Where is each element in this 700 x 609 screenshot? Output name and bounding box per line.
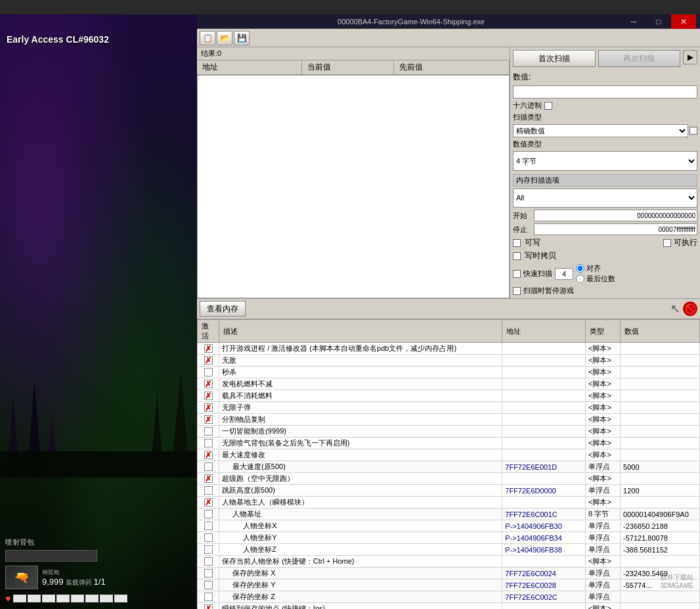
early-access-label: Early Access CL#96032	[7, 34, 109, 45]
checkbox-11[interactable]	[204, 474, 213, 483]
cheat-row-11[interactable]: 超级跑（空中无限跑） <脚本>	[198, 473, 700, 485]
pause-checkbox[interactable]	[513, 287, 521, 295]
addr-7	[502, 426, 586, 438]
first-scan-button[interactable]: 首次扫描	[513, 50, 596, 67]
toolbar-button-1[interactable]: 📋	[200, 31, 215, 45]
checkbox-5[interactable]	[204, 403, 213, 412]
checkbox-15[interactable]	[204, 522, 213, 530]
executable-checkbox[interactable]	[663, 239, 671, 247]
writable-checkbox[interactable]	[513, 239, 521, 247]
cheat-row-4[interactable]: 载具不消耗燃料 <脚本>	[198, 390, 700, 402]
cheat-list-area[interactable]: 激活 描述 地址 类型 数值 打开游戏进程 / 激活修改器 (本脚本本自动重命名…	[197, 319, 700, 609]
cheat-row-14[interactable]: 人物基址 7FF72E6C001C 8 字节 000001404906F9A0	[198, 508, 700, 520]
type-21: 单浮点	[585, 591, 620, 603]
value-type-row: 数值类型	[513, 139, 697, 149]
copy-on-write-checkbox[interactable]	[513, 252, 521, 260]
last-digits-radio[interactable]	[576, 275, 584, 283]
value-input[interactable]	[513, 85, 697, 99]
cheat-row-15[interactable]: 人物坐标X P->1404906FB30 单浮点 -236850.2188	[198, 520, 700, 532]
ammo-count: 9,999	[42, 577, 64, 587]
cheat-row-10[interactable]: 最大速度(原500) 7FF72E6E001D 单浮点 5000	[198, 461, 700, 473]
desc-11: 超级跑（空中无限跑）	[219, 473, 502, 485]
checkbox-1[interactable]	[204, 356, 213, 365]
fast-scan-input[interactable]	[555, 268, 573, 280]
cheat-row-16[interactable]: 人物坐标Y P->1404906FB34 单浮点 -57121.80078	[198, 532, 700, 544]
health-pip-1	[13, 595, 26, 602]
pointer-icon[interactable]: ↖	[670, 302, 680, 316]
toolbar-button-2[interactable]: 📂	[217, 31, 232, 45]
stop-addr-input[interactable]	[534, 223, 697, 235]
value-15: -236850.2188	[621, 520, 700, 532]
scan-type-select[interactable]: 精确数值	[513, 124, 688, 137]
checkbox-9[interactable]	[204, 451, 213, 459]
cheat-row-17[interactable]: 人物坐标Z P->1404906FB38 单浮点 -388.5681152	[198, 544, 700, 556]
close-button[interactable]: ✕	[671, 14, 696, 29]
checkbox-22[interactable]	[204, 604, 213, 609]
th-type: 类型	[585, 320, 620, 343]
delete-button[interactable]: 🚫	[683, 302, 697, 316]
checkbox-3[interactable]	[204, 380, 213, 388]
addr-14: 7FF72E6C001C	[502, 508, 586, 520]
checkbox-4[interactable]	[204, 392, 213, 400]
ce-panel: 00000BA4-FactoryGame-Win64-Shipping.exe …	[197, 14, 700, 609]
checkbox-20[interactable]	[204, 581, 213, 589]
checkbox-13[interactable]	[204, 498, 213, 507]
checkbox-2[interactable]	[204, 368, 213, 376]
game-hud: 喷射背包 🔫 钢筋枪 9,999 装载弹药 1/1 ♥	[0, 532, 197, 609]
maximize-button[interactable]: □	[646, 14, 671, 29]
scan-options-button[interactable]: ▶	[683, 50, 697, 64]
checkbox-8[interactable]	[204, 439, 213, 447]
copy-on-write-row: 写时拷贝	[513, 250, 697, 261]
cheat-row-22[interactable]: 瞬移到保存的地点 (快捷键：Ins) <脚本>	[198, 603, 700, 610]
pause-label: 扫描时暂停游戏	[523, 286, 574, 296]
view-memory-button[interactable]: 查看内存	[200, 301, 246, 317]
checkbox-7[interactable]	[204, 427, 213, 436]
cheat-row-12[interactable]: 跳跃高度(原500) 7FF72E6D0000 单浮点 1200	[198, 485, 700, 497]
cheat-row-8[interactable]: 无限喷气背包(装备之后先飞一下再启用) <脚本>	[198, 438, 700, 449]
toolbar-button-3[interactable]: 💾	[234, 31, 250, 45]
type-0: <脚本>	[585, 343, 620, 355]
cheat-row-21[interactable]: 保存的坐标 Z 7FF72E6C002C 单浮点	[198, 591, 700, 603]
cheat-row-7[interactable]: 一切皆能制造(9999) <脚本>	[198, 426, 700, 438]
next-scan-button[interactable]: 再次扫描	[598, 50, 681, 67]
align-radio[interactable]	[576, 264, 584, 273]
checkbox-19[interactable]	[204, 569, 213, 577]
desc-6: 分割物品复制	[219, 414, 502, 426]
checkbox-14[interactable]	[204, 510, 213, 518]
cheat-row-0[interactable]: 打开游戏进程 / 激活修改器 (本脚本本自动重命名pdb文件，减少内存占用) <…	[198, 343, 700, 355]
hex-checkbox[interactable]	[544, 102, 552, 110]
desc-19: 保存的坐标 X	[219, 568, 502, 579]
addr-12: 7FF72E6D0000	[502, 485, 586, 497]
type-19: 单浮点	[585, 568, 620, 579]
checkbox-17[interactable]	[204, 545, 213, 554]
checkbox-10[interactable]	[204, 462, 213, 471]
cheat-row-6[interactable]: 分割物品复制 <脚本>	[198, 414, 700, 426]
type-3: <脚本>	[585, 378, 620, 390]
checkbox-18[interactable]	[204, 557, 213, 566]
checkbox-6[interactable]	[204, 415, 213, 424]
cheat-row-20[interactable]: 保存的坐标 Y 7FF72E6C0028 单浮点 -55774...	[198, 579, 700, 591]
checkbox-16[interactable]	[204, 533, 213, 542]
checkbox-0[interactable]	[204, 344, 213, 353]
memory-scan-select[interactable]: All	[513, 189, 697, 208]
start-addr-input[interactable]	[534, 210, 697, 221]
cheat-row-1[interactable]: 无敌 <脚本>	[198, 355, 700, 367]
health-pip-4	[56, 595, 70, 602]
cheat-row-18[interactable]: 保存当前人物坐标 (快捷键：Ctrl + Home) <脚本>	[198, 556, 700, 568]
type-9: <脚本>	[585, 449, 620, 461]
cheat-row-19[interactable]: 保存的坐标 X 7FF72E6C0024 单浮点 -232430.5469	[198, 568, 700, 579]
minimize-button[interactable]: ─	[621, 14, 646, 29]
cheat-row-9[interactable]: 最大速度修改 <脚本>	[198, 449, 700, 461]
fast-scan-checkbox[interactable]	[513, 270, 521, 278]
scan-type-checkbox[interactable]	[689, 127, 697, 135]
fast-scan-row: 快速扫描 对齐 最后位数	[513, 263, 697, 284]
checkbox-12[interactable]	[204, 486, 213, 495]
th-desc: 描述	[219, 320, 502, 343]
cheat-row-3[interactable]: 发电机燃料不减 <脚本>	[198, 378, 700, 390]
checkbox-21[interactable]	[204, 593, 213, 601]
value-type-select[interactable]: 4 字节	[513, 151, 697, 171]
cheat-row-13[interactable]: 人物基地主人（瞬移模块） <脚本>	[198, 497, 700, 508]
cheat-row-2[interactable]: 秒杀 <脚本>	[198, 367, 700, 378]
cheat-row-5[interactable]: 无限子弹 <脚本>	[198, 402, 700, 414]
scan-results-table[interactable]	[197, 75, 510, 298]
